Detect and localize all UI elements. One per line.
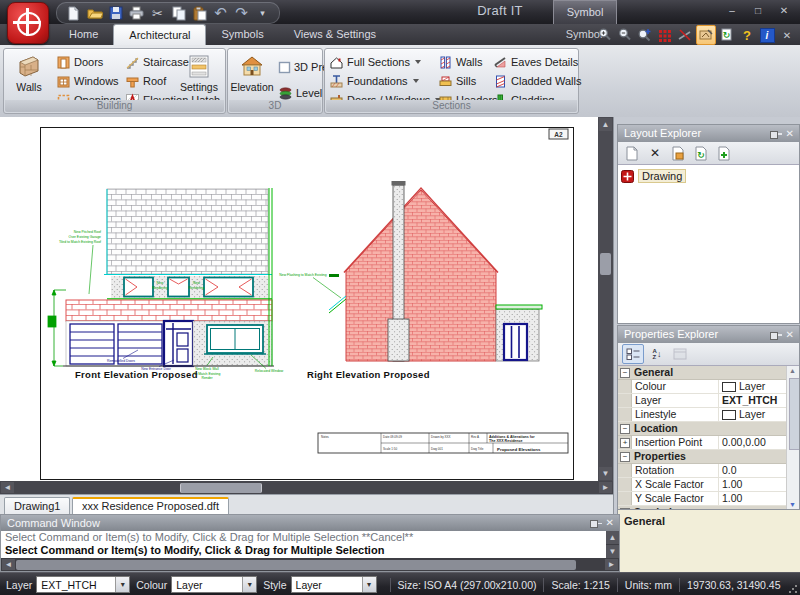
right-elevation[interactable] — [329, 181, 542, 361]
doc-tab-drawing1[interactable]: Drawing1 — [4, 497, 70, 515]
qat-more-icon[interactable]: ▾ — [254, 5, 271, 22]
property-layer[interactable]: LayerEXT_HTCH — [618, 394, 799, 408]
walls-button[interactable]: Walls — [6, 51, 52, 102]
ortho-icon[interactable] — [676, 26, 694, 44]
roof-button[interactable]: Roof — [125, 73, 166, 89]
tab-home[interactable]: Home — [54, 24, 113, 45]
tab-views-settings[interactable]: Views & Settings — [279, 24, 391, 45]
tab-architectural[interactable]: Architectural — [113, 24, 206, 45]
walls-section-button[interactable]: Walls — [438, 54, 482, 70]
full-sections-button[interactable]: Full Sections — [329, 54, 421, 70]
contextual-tab-symbol[interactable]: Symbol — [553, 0, 617, 24]
elevation-button[interactable]: Elevation — [229, 51, 275, 102]
command-horizontal-scrollbar[interactable]: ◄ ► — [1, 558, 619, 571]
front-elevation[interactable] — [48, 188, 274, 366]
zoom-extents-icon[interactable] — [636, 26, 654, 44]
scroll-down-icon[interactable]: ▼ — [606, 545, 619, 558]
scroll-up-icon[interactable]: ▲ — [789, 367, 796, 374]
resize-grip[interactable] — [788, 584, 798, 594]
pin-icon[interactable] — [769, 329, 783, 341]
scroll-up-icon[interactable]: ▲ — [606, 531, 619, 544]
close-icon[interactable]: ✕ — [786, 125, 794, 142]
minimize-button[interactable]: – — [722, 4, 742, 18]
new-file-icon[interactable] — [65, 5, 82, 22]
layer-combo[interactable]: EXT_HTCH ▾ — [36, 576, 130, 593]
property-linestyle[interactable]: LinestyleLayer — [618, 408, 799, 422]
canvas-vertical-scrollbar[interactable]: ▲ ▼ — [598, 117, 613, 481]
property-rotation[interactable]: Rotation0.0 — [618, 464, 799, 478]
scroll-down-icon[interactable]: ▼ — [789, 501, 796, 508]
pin-icon[interactable] — [589, 517, 603, 529]
refresh-layout-icon[interactable]: ↻ — [691, 144, 711, 162]
vscroll-thumb[interactable] — [600, 253, 611, 275]
property-colour[interactable]: ColourLayer — [618, 380, 799, 394]
tab-symbols[interactable]: Symbols — [206, 24, 278, 45]
help-icon[interactable]: ? — [738, 26, 756, 44]
property-grid-scrollbar[interactable]: ▲ ▼ — [786, 366, 799, 509]
drawing-sheet[interactable]: A2 — [40, 127, 574, 480]
redo-icon[interactable]: ↷ — [233, 5, 250, 22]
sort-az-icon[interactable]: AZ ↓ — [647, 345, 667, 363]
style-combo[interactable]: Layer ▾ — [291, 576, 377, 593]
windows-button[interactable]: Windows — [56, 73, 119, 89]
dropdown-caret-icon[interactable]: ▾ — [115, 577, 129, 592]
scroll-up-icon[interactable]: ▲ — [599, 118, 612, 131]
layout-item-drawing[interactable]: Drawing — [618, 165, 799, 187]
maximize-button[interactable]: □ — [748, 4, 768, 18]
paste-icon[interactable] — [191, 5, 208, 22]
close-icon[interactable]: ✕ — [606, 515, 614, 531]
property-x-scale[interactable]: X Scale Factor1.00 — [618, 478, 799, 492]
sills-button[interactable]: Sills — [438, 73, 476, 89]
property-y-scale[interactable]: Y Scale Factor1.00 — [618, 492, 799, 506]
settings-button[interactable]: Settings — [176, 51, 222, 102]
category-general[interactable]: −General — [618, 366, 799, 380]
scroll-right-icon[interactable]: ► — [605, 559, 618, 570]
scroll-down-icon[interactable]: ▼ — [599, 467, 612, 480]
cut-icon[interactable]: ✂ — [149, 5, 166, 22]
grid-icon[interactable] — [656, 26, 674, 44]
categorized-view-icon[interactable] — [622, 344, 644, 364]
info-icon[interactable]: i — [758, 26, 776, 44]
scroll-right-icon[interactable]: ► — [599, 482, 612, 493]
delete-layout-icon[interactable]: ✕ — [645, 144, 665, 162]
category-properties[interactable]: −Properties — [618, 450, 799, 464]
close-icon[interactable]: ✕ — [786, 326, 794, 343]
cladded-walls-button[interactable]: Cladded Walls — [493, 73, 582, 89]
doors-button[interactable]: Doors — [56, 54, 103, 70]
scroll-left-icon[interactable]: ◄ — [2, 559, 15, 570]
level-button[interactable]: Level — [278, 85, 322, 101]
hscroll-thumb[interactable] — [180, 483, 262, 493]
category-location[interactable]: −Location — [618, 422, 799, 436]
application-menu-button[interactable] — [7, 2, 49, 44]
pin-icon[interactable] — [769, 128, 783, 140]
open-folder-icon[interactable] — [86, 5, 103, 22]
foundations-button[interactable]: Foundations — [329, 73, 419, 89]
drawing-canvas[interactable]: A2 — [0, 117, 598, 481]
add-layout-icon[interactable] — [714, 144, 734, 162]
save-icon[interactable] — [107, 5, 124, 22]
refresh-icon[interactable]: ↻ — [718, 26, 736, 44]
sketch-mode-icon[interactable] — [696, 25, 716, 45]
cmd-hscroll-thumb[interactable] — [16, 560, 576, 570]
eaves-details-button[interactable]: Eaves Details — [493, 54, 578, 70]
zoom-in-icon[interactable] — [596, 26, 614, 44]
ribbon-close-icon[interactable]: ✕ — [778, 26, 796, 44]
command-history[interactable]: Select Command or Item(s) to Modify, Cli… — [1, 531, 619, 558]
colour-combo[interactable]: Layer ▾ — [171, 576, 257, 593]
dropdown-caret-icon[interactable]: ▾ — [362, 577, 376, 592]
export-layout-icon[interactable] — [668, 144, 688, 162]
zoom-out-icon[interactable] — [616, 26, 634, 44]
canvas-horizontal-scrollbar[interactable]: ◄ ► — [0, 481, 613, 494]
new-layout-icon[interactable] — [622, 144, 642, 162]
propscroll-thumb[interactable] — [789, 378, 800, 450]
dropdown-caret-icon[interactable]: ▾ — [242, 577, 256, 592]
command-vertical-scrollbar[interactable]: ▲ ▼ — [606, 531, 619, 558]
linestyle-swatch[interactable] — [722, 410, 736, 420]
close-button[interactable]: ✕ — [774, 4, 794, 18]
colour-swatch[interactable] — [722, 382, 736, 392]
scroll-left-icon[interactable]: ◄ — [1, 482, 14, 493]
undo-icon[interactable]: ↶ — [212, 5, 229, 22]
print-icon[interactable] — [128, 5, 145, 22]
copy-icon[interactable] — [170, 5, 187, 22]
property-insertion-point[interactable]: +Insertion Point0.00,0.00 — [618, 436, 799, 450]
